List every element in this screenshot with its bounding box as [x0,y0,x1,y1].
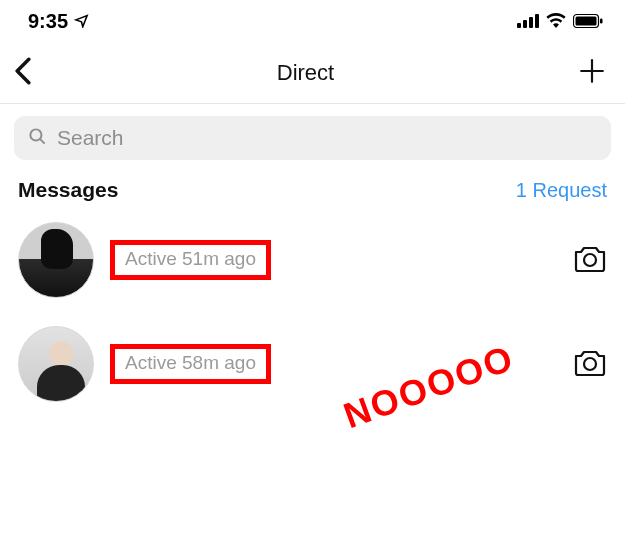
svg-point-11 [584,254,596,266]
battery-icon [573,10,603,33]
page-title: Direct [277,60,334,86]
svg-rect-3 [535,14,539,28]
svg-line-10 [40,138,45,143]
thread-row[interactable]: Active 51m ago [0,214,625,318]
avatar[interactable] [18,326,94,402]
nav-bar: Direct [0,39,625,104]
svg-rect-6 [600,19,603,24]
highlight-box: Active 58m ago [110,344,271,384]
back-button[interactable] [14,57,32,89]
active-status: Active 58m ago [125,352,256,373]
svg-rect-2 [529,17,533,28]
cellular-icon [517,10,539,33]
search-placeholder: Search [57,126,124,150]
thread-text: Active 58m ago [110,344,557,384]
status-bar: 9:35 [0,0,625,39]
search-input[interactable]: Search [14,116,611,160]
search-container: Search [0,104,625,168]
section-header: Messages 1 Request [0,168,625,214]
wifi-icon [546,10,566,33]
requests-link[interactable]: 1 Request [516,179,607,202]
thread-row[interactable]: Active 58m ago [0,318,625,422]
status-left: 9:35 [28,10,89,33]
svg-rect-5 [576,17,597,26]
status-right [517,10,603,33]
compose-button[interactable] [579,58,605,88]
svg-point-9 [30,129,41,140]
active-status: Active 51m ago [125,248,256,269]
location-icon [74,10,89,33]
status-time: 9:35 [28,10,68,33]
thread-text: Active 51m ago [110,240,557,280]
svg-point-12 [584,358,596,370]
svg-rect-1 [523,20,527,28]
highlight-box: Active 51m ago [110,240,271,280]
avatar[interactable] [18,222,94,298]
svg-rect-0 [517,23,521,28]
search-icon [28,127,47,150]
messages-heading: Messages [18,178,118,202]
camera-button[interactable] [573,347,607,381]
camera-button[interactable] [573,243,607,277]
